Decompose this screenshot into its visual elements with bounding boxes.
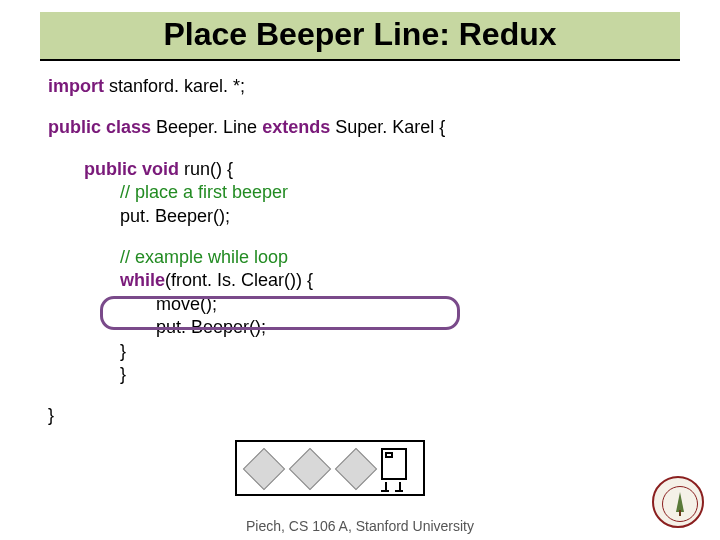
code-line: }: [48, 404, 720, 427]
code-line: }: [48, 363, 720, 386]
keyword: import: [48, 76, 104, 96]
code-text: Super. Karel {: [330, 117, 445, 137]
code-line: while(front. Is. Clear()) {: [48, 269, 720, 292]
code-text: (front. Is. Clear()) {: [165, 270, 313, 290]
slide-title: Place Beeper Line: Redux: [40, 16, 680, 53]
code-text: stanford. karel. *;: [104, 76, 245, 96]
code-line: public class Beeper. Line extends Super.…: [48, 116, 720, 139]
beeper-icon: [335, 448, 377, 490]
code-text: run() {: [179, 159, 233, 179]
karel-world-figure: [235, 440, 425, 496]
stanford-seal-icon: [652, 476, 704, 528]
keyword: while: [120, 270, 165, 290]
code-line: import stanford. karel. *;: [48, 75, 720, 98]
beeper-icon: [243, 448, 285, 490]
karel-robot-icon: [381, 448, 415, 490]
code-line: move();: [48, 293, 720, 316]
beeper-icon: [289, 448, 331, 490]
code-text: Beeper. Line: [151, 117, 262, 137]
code-line: public void run() {: [48, 158, 720, 181]
slide-title-bar: Place Beeper Line: Redux: [40, 12, 680, 61]
code-line: }: [48, 340, 720, 363]
slide-footer: Piech, CS 106 A, Stanford University: [0, 518, 720, 534]
keyword: public void: [84, 159, 179, 179]
code-line: put. Beeper();: [48, 205, 720, 228]
code-block: import stanford. karel. *; public class …: [0, 61, 720, 428]
code-comment: // example while loop: [48, 246, 720, 269]
code-line: put. Beeper();: [48, 316, 720, 339]
code-comment: // place a first beeper: [48, 181, 720, 204]
keyword: extends: [262, 117, 330, 137]
keyword: public class: [48, 117, 151, 137]
